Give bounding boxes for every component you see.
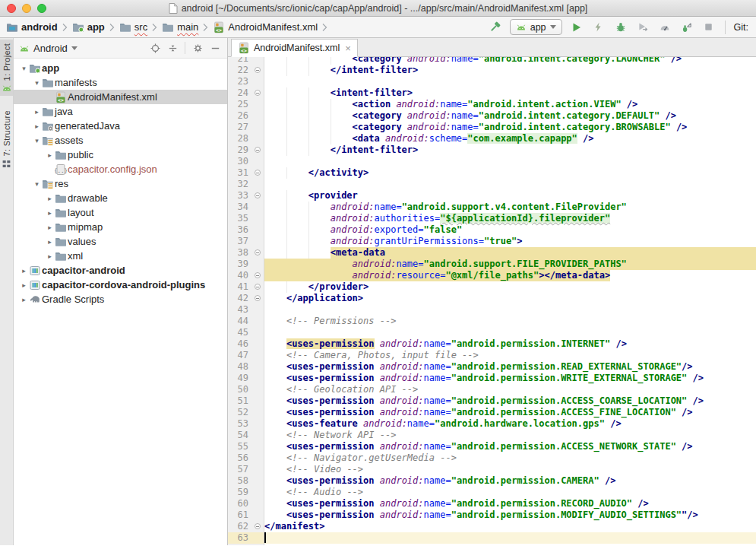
code-line-57[interactable]: <!-- Video --> <box>264 464 756 475</box>
tree-open-arrow-icon[interactable]: ▾ <box>32 180 42 188</box>
project-view-selector[interactable]: Android <box>33 43 68 54</box>
code-line-36[interactable]: android:exported="false" <box>264 224 756 236</box>
run-with-coverage-button[interactable] <box>635 20 650 35</box>
fold-marker-icon[interactable] <box>255 249 261 256</box>
breadcrumb-item[interactable]: <>AndroidManifest.xml <box>211 21 319 34</box>
code-line-25[interactable]: <action android:name="android.intent.act… <box>264 99 756 110</box>
code-line-44[interactable]: <!-- Permissions --> <box>264 316 756 327</box>
code-line-62[interactable]: </manifest> <box>264 521 756 532</box>
code-line-21[interactable]: <category android:name="android.intent.c… <box>264 57 756 65</box>
fold-marker-icon[interactable] <box>255 284 261 290</box>
settings-gear-button[interactable] <box>191 41 204 55</box>
run-button[interactable] <box>569 20 584 35</box>
tree-closed-arrow-icon[interactable]: ▸ <box>45 238 55 246</box>
tree-closed-arrow-icon[interactable]: ▸ <box>32 122 42 130</box>
code-line-56[interactable]: <!-- Navigator.getUserMedia --> <box>264 452 756 464</box>
code-line-27[interactable]: <category android:name="android.intent.c… <box>264 122 756 133</box>
tree-closed-arrow-icon[interactable]: ▸ <box>45 209 55 217</box>
minimize-window-button[interactable] <box>22 4 31 13</box>
tree-item[interactable]: ▸capacitor-android <box>14 263 227 278</box>
code-line-45[interactable] <box>264 327 756 338</box>
close-tab-button[interactable]: × <box>343 43 351 53</box>
tool-window-button--project[interactable]: 1: Project <box>0 40 13 96</box>
tab-androidmanifest[interactable]: <> AndroidManifest.xml × <box>231 39 358 57</box>
tree-item[interactable]: <>AndroidManifest.xml <box>14 90 227 104</box>
tree-closed-arrow-icon[interactable]: ▸ <box>19 281 29 289</box>
code-line-35[interactable]: android:authorities="${applicationId}.fi… <box>264 213 756 224</box>
fold-marker-icon[interactable] <box>255 67 261 73</box>
tree-item[interactable]: ▸java <box>14 104 227 119</box>
breadcrumb-item[interactable]: app <box>71 21 106 34</box>
tree-closed-arrow-icon[interactable]: ▸ <box>45 195 55 202</box>
code-line-49[interactable]: <uses-permission android:name="android.p… <box>264 373 756 384</box>
make-project-button[interactable] <box>488 20 503 35</box>
code-line-24[interactable]: <intent-filter> <box>264 87 756 99</box>
tree-item[interactable]: ▸drawable <box>14 191 227 205</box>
code-line-63[interactable] <box>264 532 756 544</box>
code-line-54[interactable]: <!-- Network API --> <box>264 430 756 441</box>
code-line-51[interactable]: <uses-permission android:name="android.p… <box>264 395 756 407</box>
fold-marker-icon[interactable] <box>255 192 261 198</box>
code-line-61[interactable]: <uses-permission android:name="android.p… <box>264 509 756 521</box>
profile-button[interactable] <box>657 20 672 35</box>
code-line-33[interactable]: <provider <box>264 190 756 202</box>
run-configuration-select[interactable]: app <box>510 19 562 35</box>
tree-item[interactable]: ▸values <box>14 234 227 249</box>
close-window-button[interactable] <box>7 4 16 13</box>
code-line-43[interactable] <box>264 304 756 316</box>
tool-window-button--structure[interactable]: 7: Structure <box>0 106 13 171</box>
code-line-58[interactable]: <uses-permission android:name="android.p… <box>264 475 756 487</box>
collapse-all-button[interactable] <box>166 41 179 55</box>
code-line-37[interactable]: android:grantUriPermissions="true"> <box>264 236 756 247</box>
hide-panel-button[interactable] <box>208 41 222 55</box>
code-line-59[interactable]: <!-- Audio --> <box>264 487 756 498</box>
locate-file-button[interactable] <box>148 41 162 55</box>
code-line-28[interactable]: <data android:scheme="com.example.capapp… <box>264 133 756 144</box>
tree-open-arrow-icon[interactable]: ▾ <box>32 137 42 144</box>
code-line-32[interactable] <box>264 179 756 190</box>
code-line-48[interactable]: <uses-permission android:name="android.p… <box>264 361 756 373</box>
stop-button[interactable] <box>701 20 716 35</box>
tree-item[interactable]: ▸capacitor-cordova-android-plugins <box>14 278 227 292</box>
tree-open-arrow-icon[interactable]: ▾ <box>32 79 42 87</box>
code-line-46[interactable]: <uses-permission android:name="android.p… <box>264 338 756 350</box>
fold-marker-icon[interactable] <box>255 272 261 278</box>
code-line-31[interactable]: </activity> <box>264 167 756 179</box>
tree-open-arrow-icon[interactable]: ▾ <box>19 65 29 72</box>
tree-item[interactable]: ▾assets <box>14 133 227 148</box>
tree-item[interactable]: ▸generatedJava <box>14 119 227 133</box>
tree-closed-arrow-icon[interactable]: ▸ <box>19 296 29 303</box>
code-line-23[interactable] <box>264 76 756 87</box>
tree-item[interactable]: ▸Gradle Scripts <box>14 292 227 306</box>
tree-item[interactable]: ▸mipmap <box>14 220 227 234</box>
tree-item[interactable]: ▸layout <box>14 205 227 220</box>
attach-debugger-button[interactable] <box>679 20 694 35</box>
code-line-38[interactable]: <meta-data <box>264 247 756 259</box>
code-line-52[interactable]: <uses-permission android:name="android.p… <box>264 407 756 418</box>
fold-marker-icon[interactable] <box>255 523 261 529</box>
code-line-41[interactable]: </provider> <box>264 281 756 293</box>
tree-closed-arrow-icon[interactable]: ▸ <box>19 267 29 275</box>
tree-item[interactable]: ▾app <box>14 61 227 75</box>
debug-button[interactable] <box>613 20 628 35</box>
tree-item[interactable]: ▾res <box>14 176 227 191</box>
breadcrumb-item[interactable]: main <box>160 21 200 34</box>
chevron-down-icon[interactable] <box>71 46 77 50</box>
tree-closed-arrow-icon[interactable]: ▸ <box>32 108 42 116</box>
breadcrumb-item[interactable]: android <box>5 21 59 34</box>
code-line-40[interactable]: android:resource="@xml/file_paths"></met… <box>264 270 756 281</box>
tree-item[interactable]: ▾manifests <box>14 75 227 90</box>
fold-marker-icon[interactable] <box>255 170 261 176</box>
fold-marker-icon[interactable] <box>255 295 261 301</box>
code-line-50[interactable]: <!-- Geolocation API --> <box>264 384 756 395</box>
breadcrumb-item[interactable]: src <box>118 21 149 34</box>
tree-closed-arrow-icon[interactable]: ▸ <box>45 252 55 260</box>
code-line-55[interactable]: <uses-permission android:name="android.p… <box>264 441 756 452</box>
code-line-30[interactable] <box>264 156 756 167</box>
tree-closed-arrow-icon[interactable]: ▸ <box>45 224 55 231</box>
code-line-22[interactable]: </intent-filter> <box>264 65 756 76</box>
code-line-47[interactable]: <!-- Camera, Photos, input file --> <box>264 350 756 361</box>
fold-marker-icon[interactable] <box>255 90 261 96</box>
code-line-42[interactable]: </application> <box>264 293 756 304</box>
fold-marker-icon[interactable] <box>255 147 261 153</box>
